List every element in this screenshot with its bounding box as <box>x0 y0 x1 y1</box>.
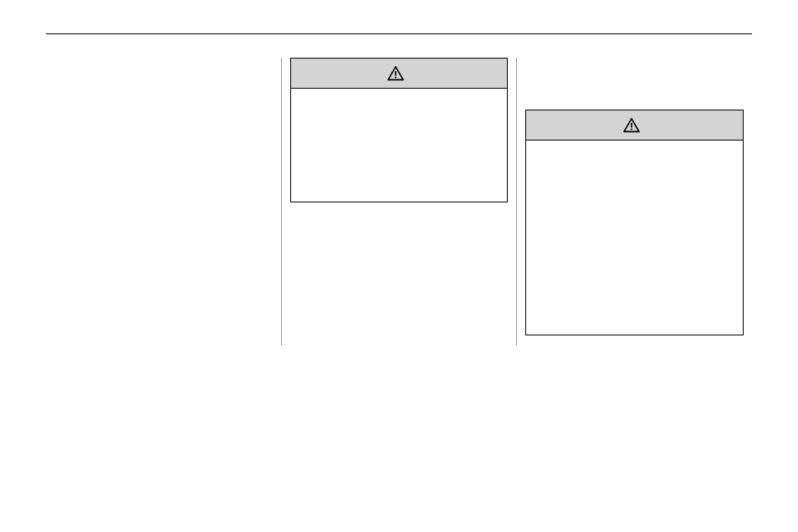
warning-box-2 <box>525 110 744 335</box>
warning-box-1 <box>290 58 509 202</box>
column-1 <box>46 58 282 345</box>
column-3 <box>517 58 752 345</box>
svg-point-1 <box>395 76 396 78</box>
warning-header-2 <box>526 110 743 141</box>
svg-point-3 <box>631 128 632 130</box>
warning-body-2 <box>526 141 743 335</box>
caution-icon <box>387 66 404 81</box>
page-container <box>0 0 798 345</box>
warning-header-1 <box>291 59 508 89</box>
column-2 <box>282 58 518 345</box>
header-rule <box>46 33 752 34</box>
warning-body-1 <box>291 89 508 202</box>
caution-icon <box>623 118 640 133</box>
columns-layout <box>46 58 752 345</box>
